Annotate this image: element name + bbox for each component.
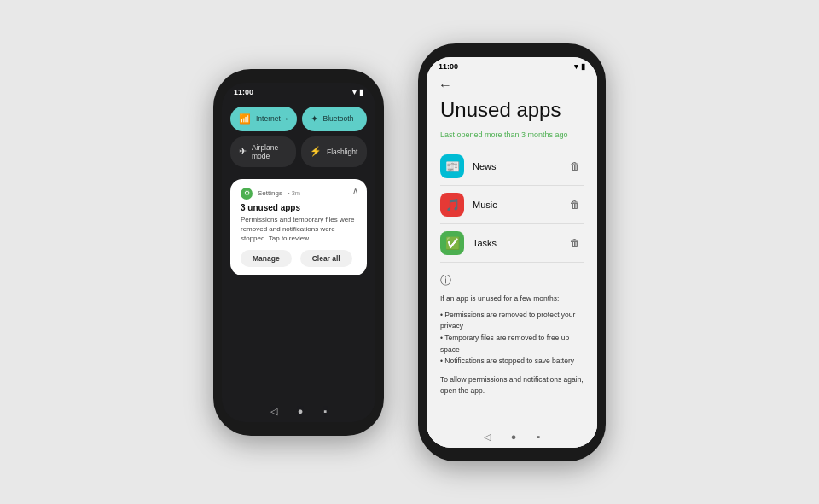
tasks-delete-icon[interactable]: 🗑 xyxy=(566,234,584,252)
notif-card[interactable]: ⚙ Settings • 3m ∧ 3 unused apps Permissi… xyxy=(230,179,367,276)
notif-time: • 3m xyxy=(288,189,300,197)
news-app-icon: 📰 xyxy=(440,154,464,178)
qs-tile-internet[interactable]: 📶 Internet › xyxy=(230,107,297,131)
nav-bar-left: ◁ ● ▪ xyxy=(222,399,375,422)
right-phone: 11:00 ▾ ▮ ← Unused apps Last opened more… xyxy=(418,43,606,461)
app-item-news[interactable]: 📰 News 🗑 xyxy=(440,148,584,186)
tasks-app-name: Tasks xyxy=(473,238,558,248)
ua-subtitle: Last opened more than 3 months ago xyxy=(440,130,584,139)
bluetooth-label: Bluetooth xyxy=(323,114,354,123)
status-bar-left: 11:00 ▾ ▮ xyxy=(222,83,375,100)
music-app-name: Music xyxy=(473,200,558,210)
ua-content: Unused apps Last opened more than 3 mont… xyxy=(427,98,597,425)
notif-expand-icon[interactable]: ∧ xyxy=(352,186,358,195)
airplane-label: Airplane mode xyxy=(252,143,288,160)
notif-actions: Manage Clear all xyxy=(241,250,357,267)
right-phone-screen: 11:00 ▾ ▮ ← Unused apps Last opened more… xyxy=(427,57,597,448)
tasks-app-icon: ✅ xyxy=(440,231,464,255)
qs-tile-flashlight[interactable]: ⚡ Flashlight xyxy=(301,136,367,167)
internet-label: Internet xyxy=(256,114,281,123)
left-phone-screen: 11:00 ▾ ▮ 📶 Internet › ✦ Bluetooth xyxy=(222,83,375,422)
news-app-name: News xyxy=(473,161,558,171)
qs-tile-bluetooth[interactable]: ✦ Bluetooth xyxy=(302,107,368,131)
flashlight-label: Flashlight xyxy=(327,148,357,156)
notif-body: Permissions and temporary files were rem… xyxy=(241,215,357,244)
home-nav-right[interactable]: ● xyxy=(511,432,517,442)
back-nav-left[interactable]: ◁ xyxy=(270,406,277,417)
notification-area: ⚙ Settings • 3m ∧ 3 unused apps Permissi… xyxy=(222,174,375,399)
battery-icon-right: ▮ xyxy=(581,62,585,71)
info-icon: ⓘ xyxy=(440,273,584,288)
flashlight-tile-icon: ⚡ xyxy=(310,146,322,157)
info-allow: To allow permissions and notifications a… xyxy=(440,374,584,397)
news-delete-icon[interactable]: 🗑 xyxy=(566,157,584,176)
wifi-icon: ▾ xyxy=(352,88,357,96)
unused-apps-screen: ← Unused apps Last opened more than 3 mo… xyxy=(427,74,597,448)
info-bullet-2: • Notifications are stopped to save batt… xyxy=(440,356,584,368)
notif-header: ⚙ Settings • 3m xyxy=(241,188,357,200)
ua-toolbar: ← xyxy=(427,74,597,98)
info-bullet-1: • Temporary files are removed to free up… xyxy=(440,333,584,356)
page-title: Unused apps xyxy=(440,98,584,123)
recents-nav-left[interactable]: ▪ xyxy=(323,406,327,416)
music-app-icon: 🎵 xyxy=(440,193,464,217)
quick-settings: 📶 Internet › ✦ Bluetooth ✈ Airplane mode… xyxy=(222,100,375,174)
app-item-music[interactable]: 🎵 Music 🗑 xyxy=(440,186,584,224)
wifi-tile-icon: 📶 xyxy=(239,113,251,125)
battery-icon: ▮ xyxy=(359,88,363,96)
bluetooth-tile-icon: ✦ xyxy=(311,113,318,125)
info-text: If an app is unused for a few months: • … xyxy=(440,293,584,397)
nav-bar-right: ◁ ● ▪ xyxy=(427,425,597,448)
status-bar-right: 11:00 ▾ ▮ xyxy=(427,57,597,74)
qs-tile-airplane[interactable]: ✈ Airplane mode xyxy=(230,136,296,167)
app-item-tasks[interactable]: ✅ Tasks 🗑 xyxy=(440,224,584,263)
time-right: 11:00 xyxy=(439,62,458,71)
home-nav-left[interactable]: ● xyxy=(298,406,304,416)
info-section: ⓘ If an app is unused for a few months: … xyxy=(440,273,584,397)
notif-app-name: Settings xyxy=(258,189,282,197)
internet-arrow: › xyxy=(286,115,288,123)
wifi-icon-right: ▾ xyxy=(574,62,578,71)
info-title: If an app is unused for a few months: xyxy=(440,293,584,305)
back-nav-right[interactable]: ◁ xyxy=(484,432,491,443)
status-icons-right: ▾ ▮ xyxy=(574,62,585,71)
qs-row-2: ✈ Airplane mode ⚡ Flashlight xyxy=(230,136,367,167)
back-button[interactable]: ← xyxy=(439,78,452,92)
manage-button[interactable]: Manage xyxy=(241,250,292,267)
time-left: 11:00 xyxy=(234,88,253,96)
settings-app-icon: ⚙ xyxy=(241,188,253,200)
qs-row-1: 📶 Internet › ✦ Bluetooth xyxy=(230,107,367,131)
recents-nav-right[interactable]: ▪ xyxy=(537,432,540,442)
notif-title: 3 unused apps xyxy=(241,203,357,212)
status-icons-left: ▾ ▮ xyxy=(352,88,363,96)
left-phone: 11:00 ▾ ▮ 📶 Internet › ✦ Bluetooth xyxy=(213,69,384,436)
airplane-tile-icon: ✈ xyxy=(239,146,247,157)
music-delete-icon[interactable]: 🗑 xyxy=(566,195,584,214)
info-bullet-0: • Permissions are removed to protect you… xyxy=(440,310,584,333)
clear-all-button[interactable]: Clear all xyxy=(300,250,352,267)
